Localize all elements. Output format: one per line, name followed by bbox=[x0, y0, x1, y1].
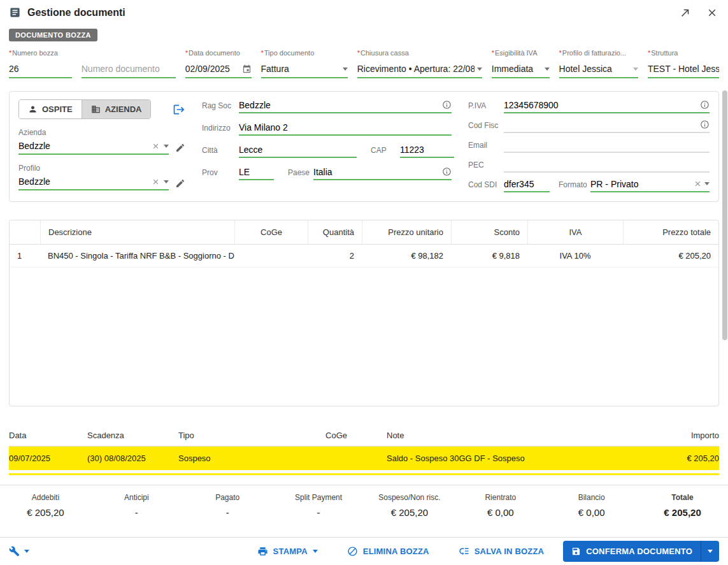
table-row[interactable]: 1 BN450 - Singola - Tariffa NRF B&B - So… bbox=[10, 245, 718, 268]
expand-icon[interactable] bbox=[680, 7, 691, 18]
info-icon[interactable] bbox=[442, 100, 452, 110]
payment-row-highlighted[interactable]: 09/07/2025 (30) 08/08/2025 Sospeso Saldo… bbox=[9, 447, 719, 470]
chevron-down-icon[interactable] bbox=[164, 180, 169, 183]
col-descrizione: Descrizione bbox=[40, 220, 234, 244]
col-tipo: Tipo bbox=[178, 426, 274, 446]
rag-soc-input[interactable] bbox=[239, 100, 439, 110]
piva-label: P.IVA bbox=[468, 101, 504, 113]
field-struttura: Struttura TEST - Hotel Jessi bbox=[648, 49, 719, 78]
chevron-down-icon[interactable] bbox=[164, 145, 169, 148]
paese-input[interactable] bbox=[313, 167, 439, 177]
cell-sconto: € 9,818 bbox=[451, 245, 527, 267]
profilo-input[interactable] bbox=[18, 176, 148, 187]
col-sconto: Sconto bbox=[451, 220, 527, 244]
tab-ospite[interactable]: OSPITE bbox=[19, 100, 82, 118]
clear-icon[interactable] bbox=[152, 178, 160, 186]
pec-input[interactable] bbox=[504, 159, 710, 169]
scrollbar-thumb[interactable] bbox=[722, 90, 727, 340]
piva-input[interactable] bbox=[504, 100, 697, 110]
cell-tipo: Sospeso bbox=[178, 447, 274, 470]
col-note: Note bbox=[347, 426, 624, 446]
conferma-documento-button-group: CONFERMA DOCUMENTO bbox=[563, 541, 719, 562]
save-draft-icon bbox=[459, 546, 469, 557]
clear-icon[interactable] bbox=[694, 180, 702, 188]
numero-bozza-input[interactable] bbox=[9, 64, 72, 74]
summary-split-payment: Split Payment - bbox=[273, 493, 364, 518]
salva-in-bozza-button[interactable]: SALVA IN BOZZA bbox=[459, 546, 544, 557]
cell-prezzo-totale: € 205,20 bbox=[623, 245, 718, 267]
clear-icon[interactable] bbox=[152, 142, 160, 150]
action-bar: STAMPA ELIMINA BOZZA SALVA IN BOZZA CONF… bbox=[0, 537, 728, 565]
col-data: Data bbox=[9, 426, 87, 446]
indirizzo-input[interactable] bbox=[239, 122, 452, 132]
pec-label: PEC bbox=[468, 161, 504, 173]
data-documento-input[interactable] bbox=[185, 64, 239, 74]
col-coge: CoGe bbox=[234, 220, 308, 244]
struttura-label: Struttura bbox=[648, 49, 719, 57]
citta-input[interactable] bbox=[239, 145, 357, 155]
info-icon[interactable] bbox=[700, 120, 710, 129]
info-icon[interactable] bbox=[700, 100, 710, 110]
chevron-down-icon bbox=[708, 550, 713, 553]
elimina-bozza-button[interactable]: ELIMINA BOZZA bbox=[347, 546, 429, 557]
paese-label: Paese bbox=[288, 168, 313, 180]
profilo-combobox bbox=[18, 176, 169, 190]
conferma-documento-button[interactable]: CONFERMA DOCUMENTO bbox=[563, 541, 701, 562]
col-quantita: Quantità bbox=[308, 220, 362, 244]
summary-rientrato: Rientrato € 0,00 bbox=[455, 493, 546, 518]
col-scadenza: Scadenza bbox=[87, 426, 178, 446]
esigibilita-iva-select[interactable]: Immediata bbox=[492, 64, 550, 78]
cod-sdi-input[interactable] bbox=[504, 179, 550, 189]
cap-input[interactable] bbox=[400, 145, 454, 155]
edit-icon[interactable] bbox=[175, 178, 185, 190]
cell-prezzo-unitario: € 98,182 bbox=[362, 245, 451, 267]
formato-input[interactable] bbox=[590, 179, 691, 189]
chevron-down-icon bbox=[24, 550, 29, 553]
cod-fisc-input[interactable] bbox=[504, 120, 697, 130]
profilo-label: Profilo bbox=[18, 164, 185, 173]
profilo-fatturazione-select[interactable]: Hotel Jessica bbox=[559, 64, 638, 78]
row-number[interactable]: 1 bbox=[10, 245, 40, 267]
calendar-icon[interactable] bbox=[242, 64, 252, 74]
printer-icon bbox=[257, 546, 268, 557]
items-table: Descrizione CoGe Quantità Prezzo unitari… bbox=[9, 220, 719, 406]
tipo-documento-select[interactable]: Fattura bbox=[261, 64, 348, 78]
logout-icon[interactable] bbox=[173, 103, 185, 116]
page-title: Gestione documenti bbox=[27, 7, 125, 18]
cell-data: 09/07/2025 bbox=[9, 447, 87, 470]
chiusura-cassa-select[interactable]: Ricevimento • Apertura: 22/08/ bbox=[357, 64, 482, 78]
chevron-down-icon[interactable] bbox=[633, 68, 638, 71]
info-icon[interactable] bbox=[442, 167, 452, 176]
summary-pagato: Pagato - bbox=[182, 493, 273, 518]
conferma-documento-dropdown[interactable] bbox=[701, 541, 719, 562]
chevron-down-icon[interactable] bbox=[545, 68, 550, 71]
field-esigibilita-iva: Esigibilità IVA Immediata bbox=[492, 49, 550, 78]
highlight-stripe bbox=[9, 473, 719, 475]
close-icon[interactable] bbox=[706, 7, 718, 18]
formato-select[interactable] bbox=[590, 178, 710, 192]
cell-descrizione: BN450 - Singola - Tariffa NRF B&B - Sogg… bbox=[40, 245, 234, 267]
email-input[interactable] bbox=[504, 139, 710, 150]
chevron-down-icon bbox=[313, 550, 318, 553]
summary-sospeso: Sospeso/Non risc. € 205,20 bbox=[364, 493, 455, 518]
field-tipo-documento: Tipo documento Fattura bbox=[261, 49, 348, 78]
numero-documento-input[interactable] bbox=[82, 64, 176, 74]
tools-button[interactable] bbox=[9, 546, 29, 557]
tab-azienda[interactable]: AZIENDA bbox=[82, 100, 151, 118]
chevron-down-icon[interactable] bbox=[343, 68, 348, 71]
summary-anticipi: Anticipi - bbox=[91, 493, 182, 518]
cell-note: Saldo - Sospeso 30GG DF - Sospeso bbox=[347, 447, 624, 470]
azienda-input[interactable] bbox=[18, 141, 148, 151]
edit-icon[interactable] bbox=[175, 143, 185, 155]
stampa-button[interactable]: STAMPA bbox=[257, 546, 318, 557]
client-type-toggle: OSPITE AZIENDA bbox=[18, 99, 151, 119]
building-icon bbox=[91, 104, 101, 114]
cell-coge bbox=[274, 447, 347, 470]
field-data-documento: Data documento bbox=[185, 49, 252, 78]
esigibilita-iva-label: Esigibilità IVA bbox=[492, 49, 550, 57]
chevron-down-icon[interactable] bbox=[477, 68, 482, 71]
struttura-select[interactable]: TEST - Hotel Jessi bbox=[648, 64, 719, 78]
formato-label: Formato bbox=[559, 180, 590, 192]
chevron-down-icon[interactable] bbox=[704, 182, 710, 185]
prov-input[interactable] bbox=[239, 167, 274, 177]
